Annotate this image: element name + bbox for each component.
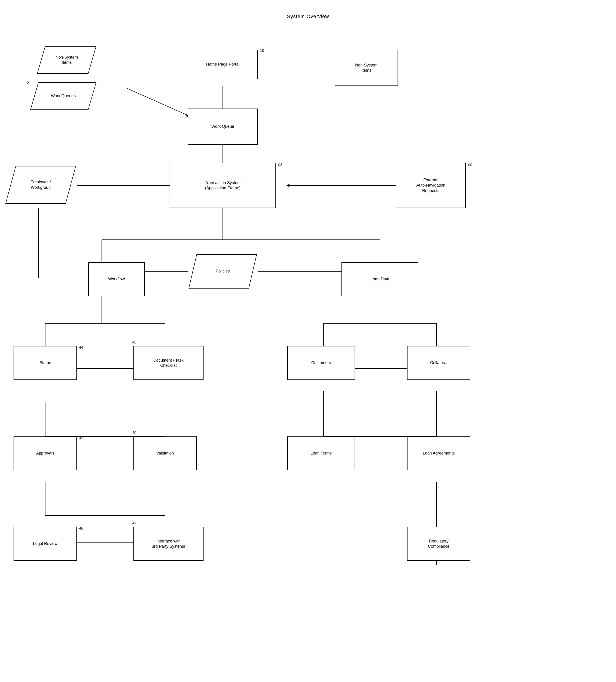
transaction-system-box: Transaction System (Application Frame) [169,163,276,208]
legal-review-box: Legal Review [14,527,77,561]
home-page-portal-box: Home Page Portal [188,50,258,79]
policies-para: Policies [188,253,258,290]
ref-42: 42 [79,436,83,440]
ref-12: 12 [25,81,29,85]
ref-46: 46 [79,526,83,530]
work-queue-box: Work Queue [188,109,258,145]
external-auto-nav-box: External Auto-Navigation Requests [396,163,466,208]
ref-44: 44 [79,345,83,349]
diagram-title: System Overview [287,14,329,19]
ref-22: 22 [467,162,472,166]
diagram-container: System Overview [0,0,616,682]
validation-box: Validation [133,436,197,470]
approvals-box: Approvals [14,436,77,470]
employee-workgroup-para: Employee / Workgroup [4,165,77,205]
loan-data-box: Loan Data [341,262,418,296]
ref-48: 48 [132,340,136,344]
collateral-box: Collateral [407,346,470,380]
non-system-items-top-left: Non-System Items [36,45,97,75]
ref-20: 20 [278,162,282,166]
ref-40: 40 [132,431,136,435]
customers-box: Customers [287,346,355,380]
workflow-box: Workflow [88,262,145,296]
ref-10: 10 [260,49,264,53]
svg-line-4 [127,88,188,115]
interface-3rd-box: Interface with 3rd Party Systems [133,527,204,561]
regulatory-compliance-box: Regulatory Compliance [407,527,470,561]
loan-terms-box: Loan Terms [287,436,355,470]
ref-49: 49 [132,521,136,525]
non-system-items-right-box: Non-System Items [335,50,398,86]
work-queues-para: Work Queues [29,82,97,111]
status-box: Status [14,346,77,380]
svg-marker-15 [286,184,290,187]
loan-agreements-box: Loan Agreements [407,436,470,470]
document-task-box: Document / Task Checklist [133,346,204,380]
